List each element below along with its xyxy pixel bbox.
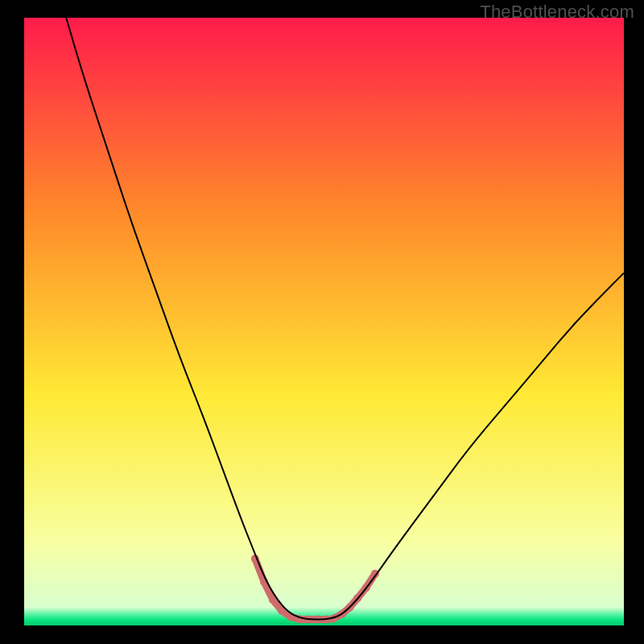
plot-area	[24, 18, 624, 625]
gradient-background	[24, 18, 624, 625]
chart-svg	[24, 18, 624, 625]
watermark-label: TheBottleneck.com	[480, 2, 634, 23]
chart-frame: TheBottleneck.com	[0, 0, 644, 644]
